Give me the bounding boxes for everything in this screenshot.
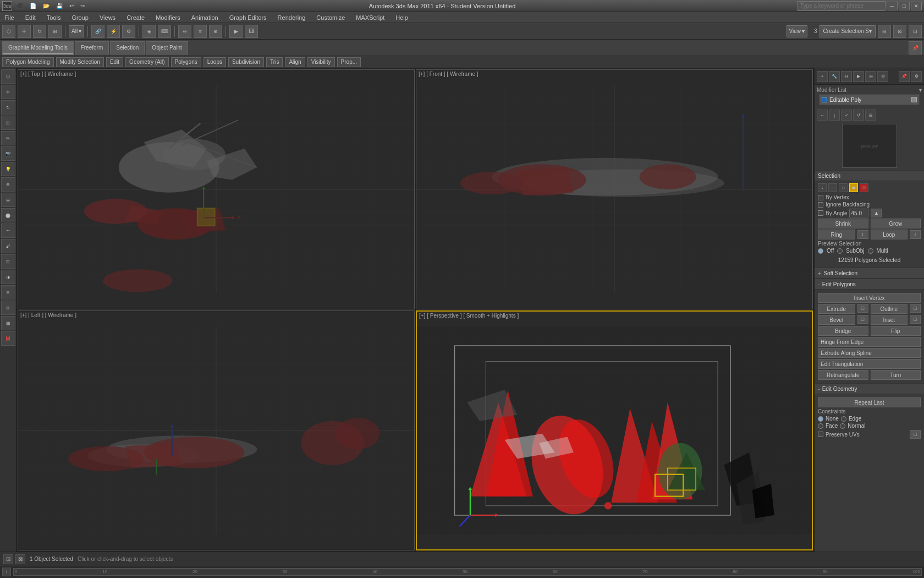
menu-animation[interactable]: Animation [189,13,221,22]
maximize-button[interactable]: □ [899,2,910,10]
sel-edge-icon[interactable]: ─ [828,183,837,192]
outline-settings[interactable]: □ [910,304,921,313]
menu-customize[interactable]: Customize [314,13,347,22]
panel-motion-icon[interactable]: ▶ [853,71,864,82]
tool-link[interactable]: 🔗 [91,25,105,38]
tool-snap[interactable]: ⊕ [209,25,222,38]
shrink-button[interactable]: Shrink [818,219,868,228]
tab-graphite[interactable]: Graphite Modeling Tools [2,41,74,54]
viewport-perspective[interactable]: [+] [ Perspective ] [ Smooth + Highlight… [416,310,813,550]
preview-subobj-radio[interactable] [837,248,843,254]
ring-spinner[interactable]: ↕ [857,230,868,239]
subbtn-edit[interactable]: Edit [106,57,123,67]
bevel-settings[interactable]: □ [857,315,868,324]
insert-vertex-button[interactable]: Insert Vertex [818,293,921,303]
preview-multi-radio[interactable] [868,248,873,254]
panel-config-icon[interactable]: ⚙ [911,71,922,82]
mod-ctrl-4[interactable]: ↺ [853,110,864,121]
sel-poly-icon[interactable]: ◼ [849,183,858,192]
tab-object-paint[interactable]: Object Paint [146,41,188,54]
turn-button[interactable]: Turn [871,370,921,380]
tool-rotate[interactable]: ↻ [33,25,46,38]
view-dropdown[interactable]: View ▾ [787,25,808,37]
tool-extra2[interactable]: ⊠ [893,25,906,38]
modifier-toggle[interactable] [911,97,917,102]
subbtn-polygons[interactable]: Polygons [171,57,201,67]
ring-button[interactable]: Ring [818,230,855,239]
preview-off-radio[interactable] [818,248,823,254]
modifier-editable-poly[interactable]: Editable Poly [819,94,920,105]
tool-render[interactable]: ▶ [229,25,243,38]
preserve-uvs-checkbox[interactable] [818,432,823,437]
tool-manip[interactable]: ◈ [142,25,156,38]
menu-tools[interactable]: Tools [45,13,63,22]
tool-extra1[interactable]: ⊟ [878,25,891,38]
tool-mirror[interactable]: ⇔ [178,25,191,38]
lefttool-hide[interactable]: ◑ [1,270,15,284]
panel-utilities-icon[interactable]: ⚙ [877,71,888,82]
edit-polygons-header[interactable]: - Edit Polygons [815,279,924,290]
subbtn-visibility[interactable]: Visibility [307,57,335,67]
title-open[interactable]: 📂 [41,2,52,9]
tool-move[interactable]: ✛ [18,25,31,38]
lefttool-array[interactable]: ▦ [1,316,15,330]
outline-button[interactable]: Outline [871,304,908,314]
menu-group[interactable]: Group [69,13,91,22]
lefttool-freehand[interactable]: ✏ [1,131,15,145]
ribbon-pin[interactable]: 📌 [909,41,922,54]
bridge-button[interactable]: Bridge [818,326,868,336]
lefttool-rotate[interactable]: ↻ [1,100,15,114]
tool-extra3[interactable]: ⊡ [909,25,922,38]
viewport-left[interactable]: [+] [ Left ] [ Wireframe ] [18,310,415,550]
lefttool-snap[interactable]: ⊛ [1,301,15,315]
extrude-spline-button[interactable]: Extrude Along Spline [818,348,921,358]
close-button[interactable]: ✕ [911,2,922,10]
sel-border-icon[interactable]: □ [839,183,848,192]
lefttool-eraser[interactable]: ⊡ [1,254,15,269]
extrude-button[interactable]: Extrude [818,304,855,314]
retriangulate-button[interactable]: Retriangulate [818,370,868,380]
subbtn-prop[interactable]: Prop... [337,57,361,67]
lefttool-paint[interactable]: 🖌 [1,239,15,253]
by-angle-input[interactable] [849,209,868,217]
lefttool-curve[interactable]: 〜 [1,223,15,238]
status-icon[interactable]: ⊡ [3,554,13,564]
lefttool-material[interactable]: ⬤ [1,208,15,222]
viewport-front[interactable]: [+] [ Front ] [ Wireframe ] [416,69,813,309]
repeat-last-button[interactable]: Repeat Last [818,397,921,407]
loop-button[interactable]: Loop [871,230,908,239]
subbtn-geometry-all[interactable]: Geometry (All) [125,57,168,67]
tool-align[interactable]: ≡ [194,25,207,38]
inset-button[interactable]: Inset [871,315,908,325]
panel-display-icon[interactable]: ◎ [865,71,876,82]
subbtn-align[interactable]: Align [285,57,305,67]
inset-settings[interactable]: □ [910,315,921,324]
viewport-top[interactable]: [+] [ Top ] [ Wireframe ] [18,69,415,309]
bevel-button[interactable]: Bevel [818,315,855,325]
panel-modify-icon[interactable]: 🔧 [829,71,840,82]
subbtn-loops[interactable]: Loops [204,57,226,67]
flip-button[interactable]: Flip [871,326,921,336]
menu-views[interactable]: Views [97,13,118,22]
tool-keyboard[interactable]: ⌨ [158,25,171,38]
menu-edit[interactable]: Edit [23,13,38,22]
by-angle-checkbox[interactable] [818,210,823,216]
soft-selection-header[interactable]: + Soft Selection [815,268,924,279]
mod-ctrl-5[interactable]: ⊟ [865,110,876,121]
search-input[interactable] [798,1,886,11]
loop-spinner[interactable]: ↕ [910,230,921,239]
modifier-dropdown-arrow[interactable]: ▾ [919,87,922,93]
panel-pin-icon[interactable]: 📌 [899,71,910,82]
tab-freeform[interactable]: Freeform [75,41,109,54]
lefttool-select[interactable]: ⬡ [1,69,15,84]
mod-ctrl-3[interactable]: ✓ [841,110,852,121]
timeline[interactable]: ↕ 0 10 20 30 40 50 60 70 80 90 100 [0,566,924,577]
timeline-track[interactable]: 0 10 20 30 40 50 60 70 80 90 100 [13,568,922,576]
subbtn-modify-selection[interactable]: Modify Selection [56,57,104,67]
lefttool-space[interactable]: ◎ [1,193,15,207]
constraint-normal-radio[interactable] [840,423,845,429]
minimize-button[interactable]: ─ [887,2,898,10]
title-quick-access[interactable]: ⬛ [14,2,25,9]
hinge-button[interactable]: Hinge From Edge [818,337,921,347]
subbtn-subdivision[interactable]: Subdivision [228,57,264,67]
